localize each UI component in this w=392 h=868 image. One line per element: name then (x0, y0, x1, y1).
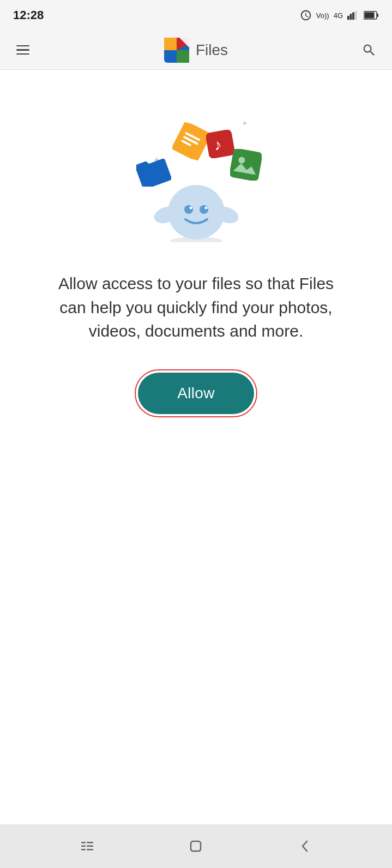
app-title-text: Files (196, 41, 228, 59)
recent-apps-button[interactable] (75, 834, 99, 858)
svg-point-27 (189, 207, 192, 209)
battery-icon (364, 10, 379, 20)
allow-button-wrapper: Allow (135, 369, 257, 417)
svg-point-26 (200, 205, 208, 214)
svg-rect-30 (81, 846, 86, 847)
search-button[interactable] (357, 38, 381, 62)
svg-point-28 (204, 207, 207, 209)
svg-rect-34 (87, 849, 93, 851)
svg-rect-35 (191, 841, 201, 851)
svg-rect-32 (87, 842, 93, 843)
document-icon (174, 124, 208, 160)
status-time: 12:28 (13, 8, 44, 22)
vol-indicator: Vo)) (316, 11, 329, 20)
network-indicator: 4G (334, 11, 343, 20)
svg-rect-0 (347, 16, 349, 20)
svg-rect-3 (355, 11, 357, 20)
main-content: ✦ ✦ ♪ (0, 70, 392, 824)
hamburger-line-1 (16, 45, 29, 47)
svg-marker-9 (164, 38, 177, 50)
home-icon (188, 839, 203, 854)
svg-marker-8 (177, 50, 189, 63)
svg-rect-2 (352, 13, 354, 20)
svg-rect-33 (87, 846, 93, 847)
description-text: Allow access to your files so that Files… (55, 272, 338, 343)
svg-rect-1 (350, 14, 352, 20)
status-bar: 12:28 Vo)) 4G (0, 0, 392, 31)
home-button[interactable] (184, 834, 208, 858)
search-icon (361, 43, 377, 58)
svg-rect-31 (81, 849, 86, 851)
app-bar: Files (0, 31, 392, 70)
alarm-icon (300, 9, 312, 21)
back-button[interactable] (293, 834, 317, 858)
back-icon (297, 839, 312, 854)
hamburger-line-3 (16, 53, 29, 55)
svg-point-25 (184, 205, 193, 214)
app-title-group: Files (164, 38, 228, 63)
svg-rect-5 (365, 13, 375, 19)
recent-apps-icon (80, 839, 95, 854)
menu-button[interactable] (11, 38, 35, 62)
allow-button[interactable]: Allow (138, 373, 254, 414)
mascot-illustration (153, 160, 240, 244)
sparkle-icon-2: ✦ (242, 119, 248, 128)
signal-icon (347, 10, 359, 20)
bottom-nav (0, 824, 392, 868)
svg-rect-6 (377, 14, 378, 17)
illustration: ✦ ✦ ♪ (120, 103, 273, 244)
svg-rect-29 (81, 842, 86, 843)
hamburger-line-2 (16, 49, 29, 51)
files-logo (164, 38, 189, 63)
status-icons: Vo)) 4G (300, 9, 379, 21)
